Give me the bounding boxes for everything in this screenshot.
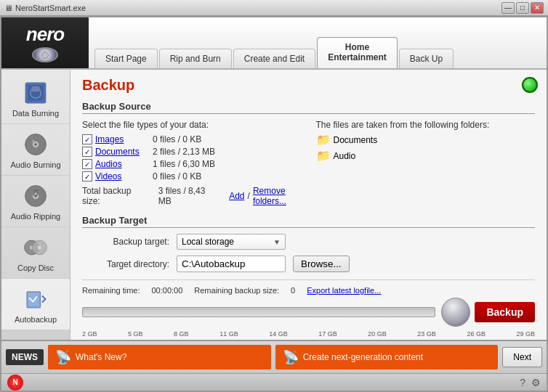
images-link[interactable]: Images bbox=[95, 134, 150, 144]
status-indicator bbox=[522, 77, 538, 93]
rss-icon-1: 📡 bbox=[55, 349, 71, 365]
directory-input[interactable] bbox=[177, 256, 286, 272]
svg-point-6 bbox=[34, 143, 37, 146]
total-label: Total backup size: bbox=[82, 186, 137, 206]
status-left: N bbox=[7, 375, 23, 391]
sidebar-item-play-file[interactable]: Play File bbox=[1, 330, 70, 340]
remove-folders-link[interactable]: Remove folders... bbox=[253, 186, 302, 206]
nero-logo: nero bbox=[26, 23, 64, 46]
news-item-create-content[interactable]: 📡 Create next-generation content bbox=[275, 345, 499, 369]
videos-link[interactable]: Videos bbox=[95, 171, 150, 181]
target-form-row: Backup target: Local storage ▼ bbox=[89, 234, 528, 250]
panel-title: Backup bbox=[82, 77, 535, 94]
rss-icon-2: 📡 bbox=[283, 349, 299, 365]
remaining-time-label: Remaining time: bbox=[82, 286, 140, 295]
backup-button-wrapper: Backup bbox=[441, 298, 535, 327]
documents-size: 2 files / 2,13 MB bbox=[153, 147, 215, 157]
sidebar-item-audio-ripping[interactable]: 🎵 Audio Ripping bbox=[1, 176, 70, 227]
audios-link[interactable]: Audios bbox=[95, 159, 150, 169]
backup-source-header: Backup Source bbox=[82, 101, 535, 114]
maximize-button[interactable]: □ bbox=[516, 2, 529, 14]
audios-size: 1 files / 6,30 MB bbox=[153, 159, 215, 169]
news-bar: NEWS 📡 What's New? 📡 Create next-generat… bbox=[1, 340, 547, 373]
audios-checkbox[interactable]: ✓ bbox=[82, 159, 92, 169]
backup-target-section: Backup Target Backup target: Local stora… bbox=[82, 215, 535, 272]
nero-badge: N bbox=[7, 375, 23, 391]
sidebar: Data Burning ♪ Audio Burning bbox=[1, 70, 70, 340]
remaining-size-label: Remaining backup size: bbox=[194, 286, 279, 295]
minimize-button[interactable]: — bbox=[501, 2, 515, 14]
svg-text:♪: ♪ bbox=[32, 137, 35, 144]
browse-button[interactable]: Browse... bbox=[293, 256, 350, 272]
app-icon: 🖥 bbox=[4, 4, 12, 12]
settings-icon[interactable]: ⚙ bbox=[531, 377, 541, 388]
logo-disc-icon bbox=[32, 47, 58, 62]
export-logfile-link[interactable]: Export latest logfile... bbox=[307, 286, 381, 295]
remaining-size-value: 0 bbox=[291, 286, 295, 295]
tab-create-edit[interactable]: Create and Edit bbox=[233, 49, 315, 68]
sidebar-label-data-burning: Data Burning bbox=[12, 109, 59, 118]
directory-form-row: Target directory: Browse... bbox=[89, 256, 528, 272]
progress-area: Remaining time: 00:00:00 Remaining backu… bbox=[82, 279, 535, 338]
backup-disc-icon bbox=[441, 298, 470, 327]
sidebar-label-copy-disc: Copy Disc bbox=[17, 264, 54, 272]
status-bar: N ? ⚙ bbox=[1, 373, 547, 391]
help-icon[interactable]: ? bbox=[520, 377, 525, 388]
news-item-whats-new[interactable]: 📡 What's New? bbox=[48, 345, 271, 369]
close-button[interactable]: ✕ bbox=[531, 2, 544, 14]
audio-burning-icon: ♪ bbox=[23, 131, 49, 158]
progress-bar-labels: 2 GB 5 GB 8 GB 11 GB 14 GB 17 GB 20 GB 2… bbox=[82, 330, 535, 338]
backup-button[interactable]: Backup bbox=[475, 302, 535, 322]
main-panel: Backup Backup Source Select the file typ… bbox=[70, 70, 547, 340]
news-label: NEWS bbox=[6, 349, 44, 365]
svg-text:🎵: 🎵 bbox=[32, 189, 40, 197]
tab-start-page[interactable]: Start Page bbox=[94, 49, 158, 68]
tab-rip-burn[interactable]: Rip and Burn bbox=[159, 49, 232, 68]
source-description: Select the file types of your data: bbox=[82, 120, 302, 130]
folder-item-documents: 📁 Documents bbox=[316, 133, 536, 147]
title-bar-title: 🖥 NeroStartSmart.exe bbox=[4, 4, 86, 12]
content-area: Data Burning ♪ Audio Burning bbox=[1, 70, 547, 340]
sidebar-item-data-burning[interactable]: Data Burning bbox=[1, 73, 70, 124]
nav-tabs: Start Page Rip and Burn Create and Edit … bbox=[89, 17, 547, 68]
file-item-audios: ✓ Audios 1 files / 6,30 MB bbox=[82, 159, 302, 169]
sidebar-item-autobackup[interactable]: Autobackup bbox=[1, 279, 70, 330]
add-folders-link[interactable]: Add bbox=[229, 191, 244, 201]
folder-name-audio: Audio bbox=[334, 151, 356, 161]
logo-area: nero bbox=[1, 17, 89, 68]
sidebar-label-audio-burning: Audio Burning bbox=[10, 160, 60, 169]
backup-source-section: Backup Source Select the file types of y… bbox=[82, 101, 535, 206]
news-text-1: What's New? bbox=[76, 352, 126, 362]
sidebar-label-audio-ripping: Audio Ripping bbox=[11, 212, 61, 221]
folder-item-audio: 📁 Audio bbox=[316, 149, 536, 163]
tab-home-entertainment[interactable]: HomeEntertainment bbox=[317, 37, 398, 68]
progress-bar-container: Backup bbox=[82, 298, 535, 327]
source-folders-title: The files are taken from the following f… bbox=[316, 120, 536, 130]
sidebar-label-autobackup: Autobackup bbox=[15, 315, 57, 324]
folder-icon-audio: 📁 bbox=[316, 149, 331, 163]
directory-label: Target directory: bbox=[89, 259, 169, 269]
videos-checkbox[interactable]: ✓ bbox=[82, 171, 92, 181]
status-right: ? ⚙ bbox=[520, 377, 541, 388]
data-burning-icon bbox=[23, 80, 49, 106]
folder-icon-documents: 📁 bbox=[316, 133, 331, 147]
videos-size: 0 files / 0 KB bbox=[153, 171, 201, 181]
target-select[interactable]: Local storage ▼ bbox=[177, 234, 286, 250]
app-header: nero Start Page Rip and Burn Create and … bbox=[1, 17, 547, 70]
window-controls: — □ ✕ bbox=[501, 2, 544, 14]
file-item-videos: ✓ Videos 0 files / 0 KB bbox=[82, 171, 302, 181]
sidebar-item-copy-disc[interactable]: Copy Disc bbox=[1, 227, 70, 279]
tab-back-up[interactable]: Back Up bbox=[399, 49, 454, 68]
images-checkbox[interactable]: ✓ bbox=[82, 134, 92, 144]
sidebar-item-audio-burning[interactable]: ♪ Audio Burning bbox=[1, 124, 70, 176]
next-button[interactable]: Next bbox=[502, 347, 542, 367]
documents-link[interactable]: Documents bbox=[95, 147, 150, 157]
documents-checkbox[interactable]: ✓ bbox=[82, 147, 92, 157]
copy-disc-icon bbox=[23, 234, 49, 261]
images-size: 0 files / 0 KB bbox=[153, 134, 201, 144]
news-text-2: Create next-generation content bbox=[303, 352, 423, 362]
backup-target-header: Backup Target bbox=[82, 215, 535, 228]
remaining-time-value: 00:00:00 bbox=[151, 286, 182, 295]
total-value: 3 files / 8,43 MB bbox=[158, 186, 207, 206]
dropdown-arrow-icon: ▼ bbox=[273, 238, 281, 246]
